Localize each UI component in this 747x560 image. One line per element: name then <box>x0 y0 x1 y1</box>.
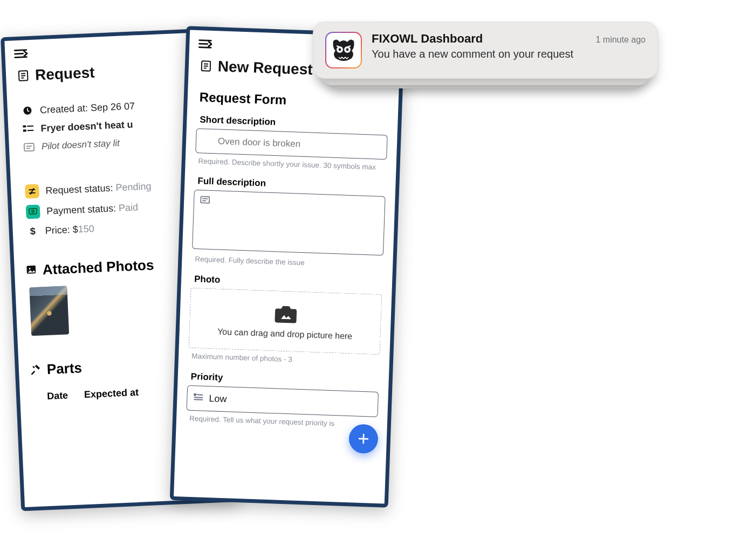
svg-line-22 <box>200 40 211 41</box>
document-icon <box>199 59 213 73</box>
full-desc-icon <box>200 196 210 206</box>
list-icon <box>22 123 35 135</box>
status-icon <box>25 184 39 198</box>
parts-col-date: Date <box>47 390 68 402</box>
add-button[interactable] <box>348 424 379 454</box>
priority-icon <box>193 393 203 403</box>
svg-point-36 <box>194 394 196 396</box>
notification-card[interactable]: FIXOWL Dashboard 1 minute ago You have a… <box>313 22 658 79</box>
dropzone-text: You can drag and drop picture here <box>196 327 373 342</box>
svg-line-39 <box>194 399 202 400</box>
svg-line-41 <box>359 439 368 439</box>
svg-line-24 <box>199 47 211 48</box>
issue-subtitle: Pilot doesn't stay lit <box>41 138 120 152</box>
svg-line-23 <box>200 44 208 44</box>
attached-photo-thumbnail[interactable] <box>29 286 69 336</box>
svg-rect-18 <box>29 209 37 215</box>
page-title: Request <box>35 64 95 84</box>
clock-icon <box>22 105 34 117</box>
svg-line-1 <box>15 53 23 54</box>
page-title: New Request <box>217 58 313 78</box>
parts-col-expected: Expected at <box>84 387 139 400</box>
dollar-icon: $ <box>26 225 39 238</box>
photo-dropzone[interactable]: You can drag and drop picture here <box>189 288 382 355</box>
svg-rect-9 <box>27 126 33 127</box>
camera-icon <box>273 303 298 325</box>
svg-line-0 <box>15 50 26 51</box>
created-at-text: Created at: Sep 26 07 <box>39 100 135 116</box>
svg-rect-33 <box>201 197 209 204</box>
payment-status: Payment status: Paid <box>46 202 139 217</box>
svg-rect-8 <box>23 125 26 127</box>
svg-rect-10 <box>23 129 26 132</box>
payment-icon <box>26 204 40 219</box>
notification-title: FIXOWL Dashboard <box>372 32 483 46</box>
svg-point-44 <box>339 49 341 51</box>
app-icon <box>325 32 362 68</box>
svg-rect-11 <box>28 130 34 132</box>
attached-photos-title: Attached Photos <box>42 257 154 278</box>
svg-point-19 <box>32 210 34 212</box>
full-description-input[interactable] <box>192 190 386 255</box>
svg-line-38 <box>194 397 202 398</box>
image-icon <box>25 263 37 278</box>
request-status: Request status: Pending <box>45 181 152 197</box>
new-request-screen: New Request Request Form Short descripti… <box>170 26 405 508</box>
parts-title: Parts <box>46 359 82 378</box>
notification-time: 1 minute ago <box>595 35 646 45</box>
price-text: Price: $150 <box>45 223 94 237</box>
svg-line-2 <box>15 57 27 58</box>
note-icon <box>23 141 35 154</box>
svg-rect-12 <box>24 143 35 151</box>
document-icon <box>17 69 30 82</box>
notification-message: You have a new comment on your request <box>372 48 646 60</box>
svg-point-45 <box>346 49 349 51</box>
issue-title: Fryer doesn't heat u <box>40 119 133 134</box>
tools-icon <box>29 363 42 377</box>
